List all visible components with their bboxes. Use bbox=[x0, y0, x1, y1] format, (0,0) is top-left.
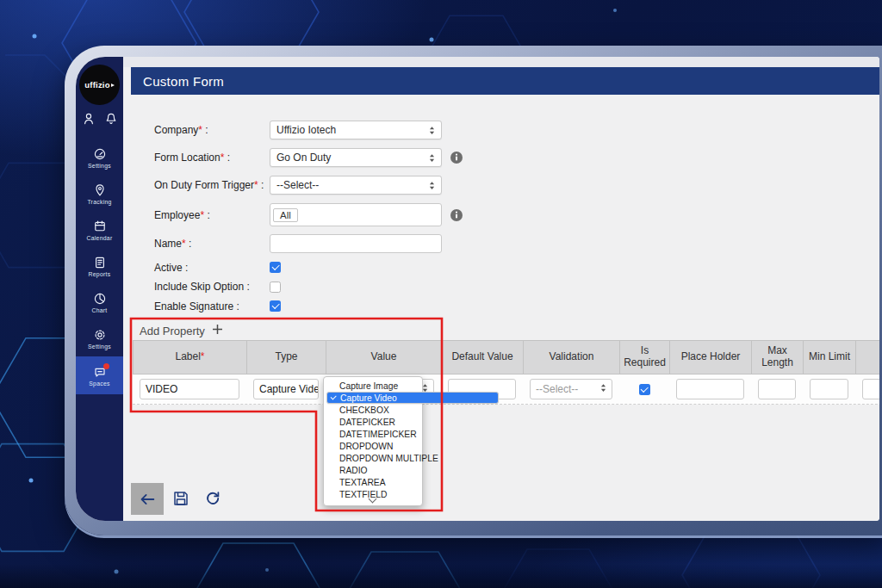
sidebar-item-label: Reports bbox=[89, 271, 111, 277]
sidebar-item-label: Tracking bbox=[87, 199, 111, 205]
sidebar-item-chart[interactable]: Chart bbox=[76, 284, 123, 320]
row-cell-min-limit bbox=[803, 374, 855, 404]
type-dropdown-menu: Capture ImageCapture VideoCHECKBOXDATEPI… bbox=[323, 376, 423, 506]
property-table-row: VIDEOCapture Video--Select-- bbox=[133, 374, 879, 405]
form-row-employee: Employee* :All bbox=[154, 203, 463, 226]
row-cell-max-limit bbox=[855, 374, 879, 404]
field-select-on-duty-form-trigger[interactable]: --Select-- bbox=[270, 176, 442, 195]
dropdown-option-datepicker[interactable]: DATEPICKER bbox=[326, 416, 419, 428]
field-label-company: Company* : bbox=[154, 124, 270, 136]
field-select-form-location[interactable]: Go On Duty bbox=[270, 148, 442, 167]
select-value: Uffizio Iotech bbox=[276, 124, 336, 136]
dropdown-option-label: RADIO bbox=[339, 466, 368, 475]
type-select[interactable]: Capture Video bbox=[253, 379, 319, 399]
dropdown-option-label: TEXTAREA bbox=[339, 478, 386, 487]
user-icon[interactable] bbox=[82, 112, 96, 126]
dropdown-option-textarea[interactable]: TEXTAREA bbox=[326, 476, 419, 488]
logo-arrow-icon bbox=[111, 84, 115, 87]
app-window-frame: uffizio SettingsTrackingCalendarReportsC… bbox=[65, 46, 882, 535]
field-label-employee: Employee* : bbox=[154, 209, 270, 221]
select-spinner-icon bbox=[429, 181, 435, 190]
custom-form-fields: Company* :Uffizio IotechForm Location* :… bbox=[154, 121, 463, 320]
property-table-header: Label*TypeValueDefault ValueValidationIs… bbox=[133, 340, 879, 374]
field-label-active: Active : bbox=[154, 262, 270, 274]
field-multiselect-employee[interactable]: All bbox=[270, 203, 442, 226]
select-spinner-icon bbox=[429, 153, 435, 163]
info-icon[interactable] bbox=[450, 152, 463, 164]
sidebar-item-calendar[interactable]: Calendar bbox=[76, 212, 123, 248]
field-select-company[interactable]: Uffizio Iotech bbox=[270, 121, 442, 139]
checkbox-active[interactable] bbox=[270, 262, 281, 273]
dropdown-option-checkbox[interactable]: CHECKBOX bbox=[326, 404, 419, 416]
sidebar-item-label: Settings bbox=[88, 344, 111, 350]
form-row-active: Active : bbox=[154, 262, 463, 273]
property-table: Label*TypeValueDefault ValueValidationIs… bbox=[133, 340, 879, 405]
validation-select[interactable]: --Select-- bbox=[530, 379, 612, 399]
dropdown-option-datetimepicker[interactable]: DATETIMEPICKER bbox=[326, 428, 419, 440]
location-pin-icon bbox=[93, 183, 107, 197]
dropdown-option-label: Capture Image bbox=[339, 381, 398, 391]
dropdown-option-dropdown[interactable]: DROPDOWN bbox=[326, 440, 419, 452]
label-input[interactable]: VIDEO bbox=[140, 379, 239, 399]
select-value: --Select-- bbox=[276, 179, 319, 191]
field-label-on-duty-form-trigger: On Duty Form Trigger* : bbox=[154, 179, 270, 191]
dropdown-option-label: DROPDOWN bbox=[339, 442, 393, 451]
is-required-checkbox[interactable] bbox=[639, 384, 650, 395]
refresh-button[interactable] bbox=[204, 490, 221, 507]
column-header-max-length: Max Length bbox=[752, 341, 804, 374]
sidebar-item-reports[interactable]: Reports bbox=[76, 248, 123, 284]
required-asterisk: * bbox=[182, 238, 186, 250]
column-header-type: Type bbox=[247, 341, 326, 374]
form-row-name: Name* : bbox=[154, 234, 463, 253]
dropdown-option-label: DATEPICKER bbox=[339, 418, 395, 427]
sidebar-item-label: Settings bbox=[88, 163, 111, 169]
required-asterisk: * bbox=[200, 209, 204, 221]
validation-select-text: --Select-- bbox=[536, 383, 578, 395]
back-button[interactable] bbox=[131, 483, 164, 515]
sidebar-item-label: Calendar bbox=[87, 235, 113, 241]
add-property-title: Add Property bbox=[140, 325, 205, 337]
field-label-include-skip-option: Include Skip Option : bbox=[154, 281, 270, 293]
info-icon[interactable] bbox=[450, 209, 463, 221]
bell-icon[interactable] bbox=[104, 112, 118, 126]
dropdown-option-dropdown-multiple[interactable]: DROPDOWN MULTIPLE bbox=[326, 452, 419, 464]
page-titlebar: Custom Form bbox=[131, 67, 879, 95]
max-length-input[interactable] bbox=[758, 379, 796, 399]
row-cell-place-holder bbox=[669, 374, 751, 404]
calendar-icon bbox=[93, 220, 107, 233]
dropdown-option-radio[interactable]: RADIO bbox=[326, 464, 419, 476]
sidebar-item-settings[interactable]: Settings bbox=[76, 139, 123, 176]
sidebar-item-settings[interactable]: Settings bbox=[76, 320, 123, 356]
required-asterisk: * bbox=[198, 124, 202, 136]
select-value: Go On Duty bbox=[276, 152, 331, 164]
checkbox-include-skip-option[interactable] bbox=[270, 282, 281, 293]
row-cell-type: Capture Video bbox=[246, 374, 326, 404]
dropdown-option-label: TEXTFIELD bbox=[339, 490, 388, 499]
sidebar-item-spaces[interactable]: Spaces bbox=[76, 356, 123, 394]
field-input-name[interactable] bbox=[270, 234, 442, 253]
place-holder-input[interactable] bbox=[676, 379, 744, 399]
select-spinner-icon bbox=[429, 126, 435, 135]
sidebar-item-tracking[interactable]: Tracking bbox=[76, 176, 123, 212]
save-button[interactable] bbox=[172, 490, 189, 507]
app-window: uffizio SettingsTrackingCalendarReportsC… bbox=[76, 57, 879, 521]
dropdown-option-label: CHECKBOX bbox=[339, 405, 389, 415]
max-limit-input[interactable] bbox=[862, 379, 879, 399]
selected-tag: All bbox=[273, 208, 298, 222]
dropdown-option-label: DROPDOWN MULTIPLE bbox=[339, 454, 438, 463]
column-header-is-required: Is Required bbox=[620, 341, 670, 374]
row-cell-is-required bbox=[619, 374, 669, 404]
column-header-default-value: Default Value bbox=[442, 341, 524, 374]
checkbox-enable-signature[interactable] bbox=[270, 300, 281, 312]
brand-logo: uffizio bbox=[79, 65, 120, 105]
min-limit-input[interactable] bbox=[810, 379, 848, 399]
form-row-form-location: Form Location* :Go On Duty bbox=[154, 148, 463, 167]
add-property-button[interactable] bbox=[212, 324, 223, 337]
sidebar-top-icons bbox=[76, 112, 123, 126]
dropdown-option-capture-video[interactable]: Capture Video bbox=[326, 392, 499, 404]
dropdown-option-capture-image[interactable]: Capture Image bbox=[326, 380, 419, 392]
screen: { "window": { "logo_text": "uffizio" }, … bbox=[0, 0, 882, 588]
sidebar-item-label: Chart bbox=[91, 307, 107, 313]
column-header-label: Label* bbox=[134, 341, 247, 374]
sidebar-menu: SettingsTrackingCalendarReportsChartSett… bbox=[76, 139, 123, 394]
